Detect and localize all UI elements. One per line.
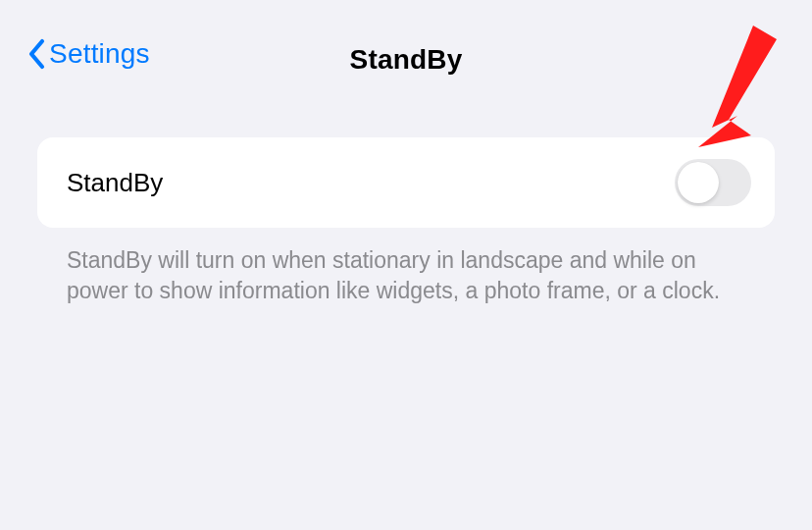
back-button[interactable]: Settings: [27, 38, 150, 70]
page-title: StandBy: [350, 44, 463, 76]
nav-bar: Settings StandBy: [0, 0, 812, 108]
standby-row: StandBy: [37, 137, 775, 228]
settings-group: StandBy StandBy will turn on when statio…: [37, 137, 775, 306]
chevron-left-icon: [27, 38, 47, 70]
settings-footer-text: StandBy will turn on when stationary in …: [37, 228, 775, 306]
back-label: Settings: [49, 38, 150, 70]
standby-label: StandBy: [67, 168, 163, 198]
toggle-knob: [678, 162, 719, 203]
standby-toggle[interactable]: [675, 159, 751, 206]
